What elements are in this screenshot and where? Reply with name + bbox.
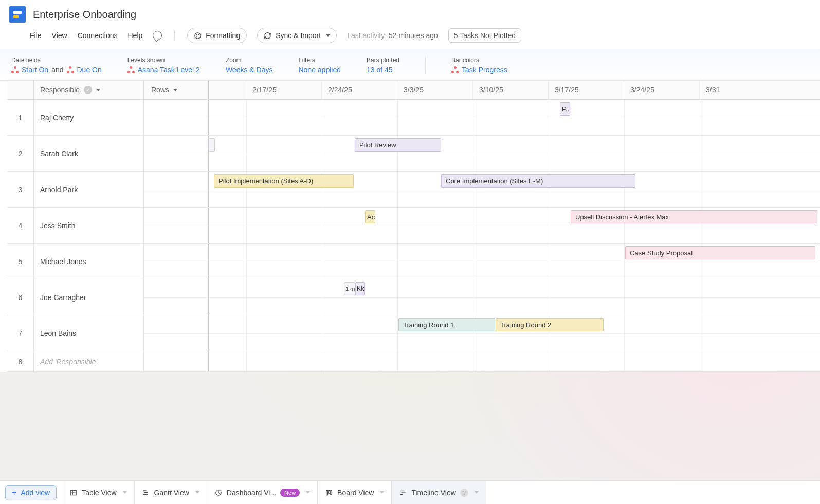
date-column: 3/24/25 [624,81,700,99]
svg-rect-8 [144,492,148,493]
date-column: 2/17/25 [246,81,322,99]
tool-bars-plotted[interactable]: Bars plotted 13 of 45 [367,57,399,74]
svg-point-0 [195,32,201,38]
check-circle-icon: ✓ [84,86,92,94]
responsible-cell[interactable]: Leon Bains [34,315,144,351]
formatting-button[interactable]: Formatting [187,28,247,43]
tab-table-view[interactable]: Table View [62,481,134,505]
svg-rect-4 [71,490,77,495]
chevron-down-icon [173,89,177,91]
task-bar[interactable]: Core Implementation (Sites E-M) [441,174,635,188]
help-icon[interactable]: ? [460,489,468,497]
task-bar[interactable]: 1 m [344,282,355,295]
menu-help[interactable]: Help [127,31,142,40]
tab-dashboard-view[interactable]: Dashboard Vi... New [207,481,318,505]
chevron-down-icon[interactable] [380,491,384,494]
date-column-blank [209,81,246,99]
date-column: 3/31 [700,81,751,99]
svg-rect-7 [143,490,146,491]
tab-gantt-view[interactable]: Gantt View [135,481,207,505]
palette-icon [194,32,202,40]
menu-view[interactable]: View [52,31,67,40]
svg-rect-11 [326,490,328,495]
svg-rect-9 [143,494,147,495]
svg-rect-12 [329,490,330,493]
chevron-down-icon[interactable] [195,491,199,494]
task-bar[interactable]: Pilot Implementation (Sites A-D) [214,174,354,188]
svg-point-3 [196,35,197,36]
table-row: 5 Michael Jones Case Study Proposal [7,244,820,279]
tool-levels[interactable]: Levels shown Asana Task Level 2 [127,57,200,74]
asana-icon [127,66,135,73]
task-bar[interactable]: Upsell Discussion - Alertex Max [571,210,817,223]
plus-icon: + [12,489,16,497]
task-bar[interactable]: P... [560,102,570,116]
chevron-down-icon[interactable] [475,491,479,494]
formatting-label: Formatting [206,31,240,40]
chevron-down-icon [96,89,100,91]
date-column: 3/3/25 [397,81,473,99]
task-bar[interactable]: Training Round 2 [496,318,604,331]
sync-import-button[interactable]: Sync & Import [257,28,337,43]
table-icon [69,489,78,496]
tool-zoom[interactable]: Zoom Weeks & Days [226,57,273,74]
task-bar[interactable]: Pilot Review [355,138,441,152]
asana-icon [67,66,74,73]
add-row[interactable]: 8 Add 'Responsible' [7,351,820,372]
comment-icon[interactable] [153,31,162,40]
timeline-icon [399,489,407,496]
task-bar[interactable]: Case Study Proposal [625,246,815,259]
responsible-cell[interactable]: Joe Carragher [34,279,144,315]
task-bar[interactable]: Kic [355,282,365,295]
add-responsible-placeholder[interactable]: Add 'Responsible' [34,351,144,371]
responsible-cell[interactable]: Michael Jones [34,244,144,279]
tool-filters[interactable]: Filters None applied [298,57,341,74]
app-logo[interactable] [9,6,26,23]
svg-point-2 [198,34,199,35]
chevron-down-icon[interactable] [123,491,127,494]
pie-icon [214,489,223,496]
table-row: 7 Leon Bains Training Round 1 Training R… [7,315,820,351]
svg-rect-13 [331,490,332,494]
date-column: 3/17/25 [549,81,624,99]
tab-board-view[interactable]: Board View [318,481,392,505]
table-row: 4 Jess Smith Ac Upsell Discussion - Aler… [7,208,820,244]
board-icon [325,489,333,496]
new-badge: New [280,489,300,497]
table-row: 3 Arnold Park Pilot Implementation (Site… [7,172,820,208]
asana-icon [451,66,459,73]
page-title: Enterprise Onboarding [33,9,136,21]
date-column: 3/10/25 [473,81,549,99]
tool-bar-colors[interactable]: Bar colors Task Progress [451,57,507,74]
column-header-responsible[interactable]: Responsible ✓ [34,81,144,99]
task-bar[interactable]: Training Round 1 [398,318,495,331]
table-row: 6 Joe Carragher 1 m Kic [7,279,820,315]
chevron-down-icon [326,34,330,37]
table-row: 2 Sarah Clark Pilot Review [7,136,820,172]
task-bar[interactable]: Ac [365,210,375,223]
menu-connections[interactable]: Connections [78,31,118,40]
asana-icon [11,66,19,73]
add-view-button[interactable]: + Add view [5,485,57,500]
table-row: 1 Raj Chetty P... [7,100,820,136]
responsible-cell[interactable]: Arnold Park [34,172,144,207]
last-activity: Last activity: 52 minutes ago [347,31,438,40]
refresh-icon [264,32,271,40]
responsible-cell[interactable]: Sarah Clark [34,136,144,171]
chevron-down-icon[interactable] [306,491,310,494]
responsible-cell[interactable]: Raj Chetty [34,100,144,135]
tab-timeline-view[interactable]: Timeline View ? [392,481,486,505]
date-column: 2/24/25 [322,81,397,99]
sync-import-label: Sync & Import [276,31,321,40]
not-plotted-badge[interactable]: 5 Tasks Not Plotted [448,28,521,43]
tool-date-fields[interactable]: Date fields Start On and Due On [11,57,102,74]
menu-file[interactable]: File [30,31,42,40]
task-bar[interactable] [209,138,215,152]
svg-point-1 [196,34,197,35]
gantt-icon [142,489,150,496]
responsible-cell[interactable]: Jess Smith [34,208,144,243]
column-header-rows[interactable]: Rows [144,81,209,99]
